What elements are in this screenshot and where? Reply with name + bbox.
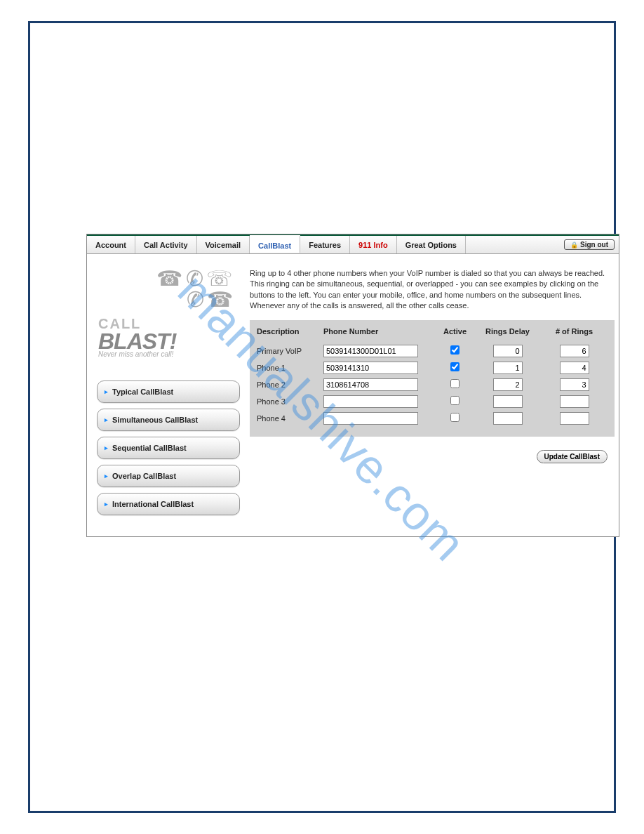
table-row: Phone 2 [250, 376, 615, 393]
tab-great-options[interactable]: Great Options [397, 236, 466, 253]
chevron-right-icon: ▸ [105, 388, 108, 395]
header-delay: Rings Delay [474, 327, 541, 336]
side-button-list: ▸Typical CallBlast ▸Simultaneous CallBla… [91, 380, 246, 515]
tab-bar: Account Call Activity Voicemail CallBlas… [87, 234, 619, 254]
delay-input[interactable] [493, 412, 523, 425]
rings-input[interactable] [560, 412, 589, 425]
content-area: ☎ ✆ ☏✆ ☎ CALL BLAST! Never miss another … [87, 254, 619, 536]
sidebar-simultaneous[interactable]: ▸Simultaneous CallBlast [97, 409, 240, 431]
phone-input[interactable] [323, 362, 418, 374]
active-checkbox[interactable] [450, 362, 459, 371]
header-rings: # of Rings [541, 327, 608, 336]
tab-911-info[interactable]: 911 Info [350, 236, 397, 253]
right-column: Ring up to 4 other phone numbers when yo… [250, 261, 615, 515]
sidebar-overlap[interactable]: ▸Overlap CallBlast [97, 465, 240, 487]
signout-label: Sign out [580, 241, 608, 249]
table-row: Phone 3 [250, 393, 615, 410]
row-desc: Phone 4 [257, 414, 323, 423]
sidebar-label: Typical CallBlast [112, 388, 173, 396]
sidebar-label: Simultaneous CallBlast [112, 416, 198, 424]
chevron-right-icon: ▸ [105, 416, 108, 423]
sidebar-international[interactable]: ▸International CallBlast [97, 493, 240, 515]
active-checkbox[interactable] [450, 396, 459, 405]
logo-tagline: Never miss another call! [98, 350, 239, 358]
active-checkbox[interactable] [450, 345, 459, 355]
update-callblast-button[interactable]: Update CallBlast [537, 450, 608, 463]
tab-features[interactable]: Features [300, 236, 350, 253]
header-active: Active [436, 327, 474, 336]
chevron-right-icon: ▸ [105, 472, 108, 479]
grid-header: Description Phone Number Active Rings De… [250, 323, 615, 343]
page-frame: manualshive.com Account Call Activity Vo… [28, 21, 616, 813]
header-description: Description [257, 327, 323, 336]
callblast-grid: Description Phone Number Active Rings De… [250, 320, 615, 437]
phone-input[interactable] [323, 412, 418, 425]
rings-input[interactable] [560, 362, 589, 374]
rings-input[interactable] [560, 378, 589, 391]
phone-input[interactable] [323, 345, 418, 357]
lock-icon: 🔒 [570, 241, 578, 249]
tab-callblast[interactable]: CallBlast [250, 235, 300, 253]
update-row: Update CallBlast [250, 437, 615, 463]
tab-account[interactable]: Account [87, 236, 135, 253]
active-checkbox[interactable] [450, 379, 459, 388]
delay-input[interactable] [493, 362, 523, 374]
phone-input[interactable] [323, 395, 418, 408]
signout-button[interactable]: 🔒 Sign out [564, 239, 615, 250]
table-row: Phone 1 [250, 359, 615, 376]
delay-input[interactable] [493, 378, 523, 391]
sidebar-label: International CallBlast [112, 500, 194, 508]
tab-voicemail[interactable]: Voicemail [197, 236, 250, 253]
callblast-logo: ☎ ✆ ☏✆ ☎ CALL BLAST! Never miss another … [98, 268, 239, 359]
row-desc: Primary VoIP [257, 347, 323, 355]
sidebar-label: Overlap CallBlast [112, 472, 176, 480]
left-column: ☎ ✆ ☏✆ ☎ CALL BLAST! Never miss another … [91, 261, 246, 515]
row-desc: Phone 3 [257, 397, 323, 406]
sidebar-label: Sequential CallBlast [112, 444, 187, 452]
row-desc: Phone 1 [257, 364, 323, 372]
phones-illustration: ☎ ✆ ☏✆ ☎ [98, 268, 239, 310]
chevron-right-icon: ▸ [105, 501, 108, 508]
row-desc: Phone 2 [257, 380, 323, 389]
intro-text: Ring up to 4 other phone numbers when yo… [250, 261, 615, 320]
sidebar-sequential[interactable]: ▸Sequential CallBlast [97, 437, 240, 459]
rings-input[interactable] [560, 395, 589, 408]
sidebar-typical[interactable]: ▸Typical CallBlast [97, 380, 240, 403]
app-screenshot: Account Call Activity Voicemail CallBlas… [86, 234, 619, 537]
header-phone: Phone Number [323, 327, 436, 336]
table-row: Phone 4 [250, 410, 615, 427]
phone-input[interactable] [323, 378, 418, 391]
tab-call-activity[interactable]: Call Activity [135, 236, 197, 253]
active-checkbox[interactable] [450, 413, 459, 422]
delay-input[interactable] [493, 395, 523, 408]
table-row: Primary VoIP [250, 343, 615, 359]
rings-input[interactable] [560, 345, 589, 357]
chevron-right-icon: ▸ [105, 444, 108, 451]
logo-blast-text: BLAST! [98, 332, 239, 350]
delay-input[interactable] [493, 345, 523, 357]
